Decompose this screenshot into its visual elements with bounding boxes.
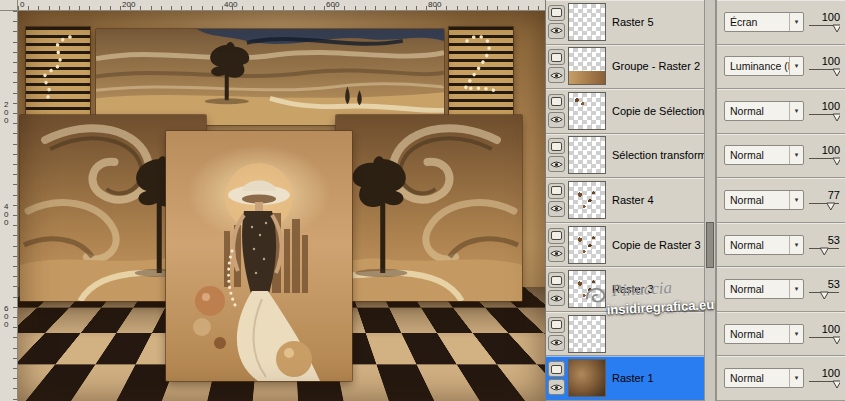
scrollbar-thumb[interactable] bbox=[706, 222, 715, 268]
layer-badge-icon[interactable] bbox=[548, 228, 565, 244]
layer-visibility-toggle[interactable] bbox=[548, 156, 565, 172]
chevron-down-icon: ▾ bbox=[789, 57, 803, 75]
blend-mode-dropdown[interactable]: Écran ▾ bbox=[724, 12, 804, 32]
layer-row[interactable]: Raster 3 bbox=[546, 267, 704, 312]
opacity-value[interactable]: 100 bbox=[822, 367, 840, 379]
layer-row[interactable]: Raster 4 bbox=[546, 178, 704, 223]
layer-list: Raster 5 Groupe - Raster 2 Copie d bbox=[546, 0, 704, 401]
layer-badge-icon[interactable] bbox=[548, 183, 565, 199]
layer-name: Copie de Raster 3 bbox=[612, 239, 701, 251]
layer-row[interactable] bbox=[546, 312, 704, 357]
layer-visibility-toggle[interactable] bbox=[548, 67, 565, 83]
blend-mode-dropdown[interactable]: Luminance (H) ▾ bbox=[724, 56, 804, 76]
blend-mode-dropdown[interactable]: Normal ▾ bbox=[724, 279, 804, 299]
layer-thumbnail[interactable] bbox=[568, 270, 606, 308]
blend-mode-label: Normal bbox=[725, 283, 789, 295]
layer-row[interactable]: Raster 5 bbox=[546, 0, 704, 45]
blend-mode-dropdown[interactable]: Normal ▾ bbox=[724, 324, 804, 344]
artwork-right-swirl-panel bbox=[336, 115, 522, 301]
layer-thumbnail[interactable] bbox=[568, 136, 606, 174]
canvas[interactable] bbox=[18, 11, 545, 401]
opacity-control: 100 bbox=[804, 367, 840, 389]
opacity-value[interactable]: 100 bbox=[822, 100, 840, 112]
eye-icon bbox=[550, 115, 563, 124]
layer-badge-icon[interactable] bbox=[548, 138, 565, 154]
layer-visibility-toggle[interactable] bbox=[548, 23, 565, 39]
blend-mode-label: Luminance (H) bbox=[725, 60, 789, 72]
layers-palette: Raster 5 Groupe - Raster 2 Copie d bbox=[545, 0, 845, 401]
layer-controls-row: Normal ▾ 53 bbox=[717, 223, 845, 268]
artwork-center-figure-panel bbox=[166, 131, 352, 381]
layer-thumbnail[interactable] bbox=[568, 181, 606, 219]
blend-mode-dropdown[interactable]: Normal ▾ bbox=[724, 101, 804, 121]
layer-row[interactable]: Groupe - Raster 2 bbox=[546, 45, 704, 90]
opacity-slider[interactable] bbox=[808, 380, 840, 389]
opacity-slider[interactable] bbox=[808, 68, 840, 77]
layer-thumbnail[interactable] bbox=[568, 315, 606, 353]
layer-row[interactable]: Copie de Sélection transfé bbox=[546, 89, 704, 134]
layer-type-icon bbox=[551, 142, 562, 151]
blend-mode-label: Écran bbox=[725, 16, 789, 28]
blend-mode-dropdown[interactable]: Normal ▾ bbox=[724, 235, 804, 255]
opacity-slider[interactable] bbox=[808, 336, 840, 345]
opacity-slider[interactable] bbox=[808, 157, 840, 166]
layer-thumbnail[interactable] bbox=[568, 92, 606, 130]
layer-thumbnail[interactable] bbox=[568, 226, 606, 264]
layer-badge-icon[interactable] bbox=[548, 272, 565, 288]
chevron-down-icon: ▾ bbox=[789, 325, 803, 343]
blend-mode-dropdown[interactable]: Normal ▾ bbox=[724, 368, 804, 388]
layer-controls-row: Normal ▾ 100 bbox=[717, 356, 845, 401]
layer-visibility-toggle[interactable] bbox=[548, 290, 565, 306]
eye-icon bbox=[550, 338, 563, 347]
blend-mode-dropdown[interactable]: Normal ▾ bbox=[724, 145, 804, 165]
layer-badge-icon[interactable] bbox=[548, 361, 565, 377]
opacity-value[interactable]: 100 bbox=[822, 144, 840, 156]
layer-visibility-toggle[interactable] bbox=[548, 335, 565, 351]
layer-row[interactable]: Raster 1 bbox=[546, 356, 704, 401]
layer-visibility-toggle[interactable] bbox=[548, 246, 565, 262]
layer-thumbnail[interactable] bbox=[568, 47, 606, 85]
blend-mode-label: Normal bbox=[725, 149, 789, 161]
opacity-slider[interactable] bbox=[808, 202, 840, 211]
layer-name: Raster 3 bbox=[612, 283, 654, 295]
layer-row[interactable]: Sélection transformée bbox=[546, 134, 704, 179]
horizontal-ruler[interactable]: 0200400600800 bbox=[18, 0, 545, 11]
layer-badge-icon[interactable] bbox=[548, 317, 565, 333]
layer-row[interactable]: Copie de Raster 3 bbox=[546, 223, 704, 268]
opacity-value[interactable]: 100 bbox=[822, 55, 840, 67]
vertical-ruler[interactable]: 200400600 bbox=[0, 11, 18, 401]
blend-mode-label: Normal bbox=[725, 194, 789, 206]
opacity-value[interactable]: 53 bbox=[828, 278, 840, 290]
layers-scrollbar[interactable] bbox=[704, 0, 717, 401]
layer-badge-icon[interactable] bbox=[548, 49, 565, 65]
opacity-value[interactable]: 100 bbox=[822, 323, 840, 335]
opacity-control: 53 bbox=[804, 278, 840, 300]
layer-thumbnail[interactable] bbox=[568, 3, 606, 41]
artwork-blinds-panel-right bbox=[449, 27, 513, 115]
opacity-control: 77 bbox=[804, 189, 840, 211]
layer-thumbnail[interactable] bbox=[568, 359, 606, 397]
layer-visibility-toggle[interactable] bbox=[548, 201, 565, 217]
h-ruler-label: 600 bbox=[326, 0, 339, 9]
opacity-value[interactable]: 53 bbox=[828, 234, 840, 246]
layer-controls-row: Luminance (H) ▾ 100 bbox=[717, 45, 845, 90]
layer-type-icon bbox=[551, 97, 562, 106]
opacity-slider[interactable] bbox=[808, 113, 840, 122]
layer-badge-icon[interactable] bbox=[548, 94, 565, 110]
layer-name: Groupe - Raster 2 bbox=[612, 60, 700, 72]
opacity-value[interactable]: 77 bbox=[828, 189, 840, 201]
layer-visibility-toggle[interactable] bbox=[548, 112, 565, 128]
opacity-slider[interactable] bbox=[808, 291, 840, 300]
layer-thumbnail-art bbox=[569, 137, 605, 173]
layer-badge-icon[interactable] bbox=[548, 5, 565, 21]
eye-icon bbox=[550, 26, 563, 35]
layer-visibility-toggle[interactable] bbox=[548, 379, 565, 395]
chevron-down-icon: ▾ bbox=[789, 146, 803, 164]
opacity-slider[interactable] bbox=[808, 247, 840, 256]
ruler-corner bbox=[0, 0, 18, 11]
opacity-slider[interactable] bbox=[808, 24, 840, 33]
blend-mode-dropdown[interactable]: Normal ▾ bbox=[724, 190, 804, 210]
chevron-down-icon: ▾ bbox=[789, 13, 803, 31]
h-ruler-label: 0 bbox=[20, 0, 24, 9]
opacity-value[interactable]: 100 bbox=[822, 11, 840, 23]
